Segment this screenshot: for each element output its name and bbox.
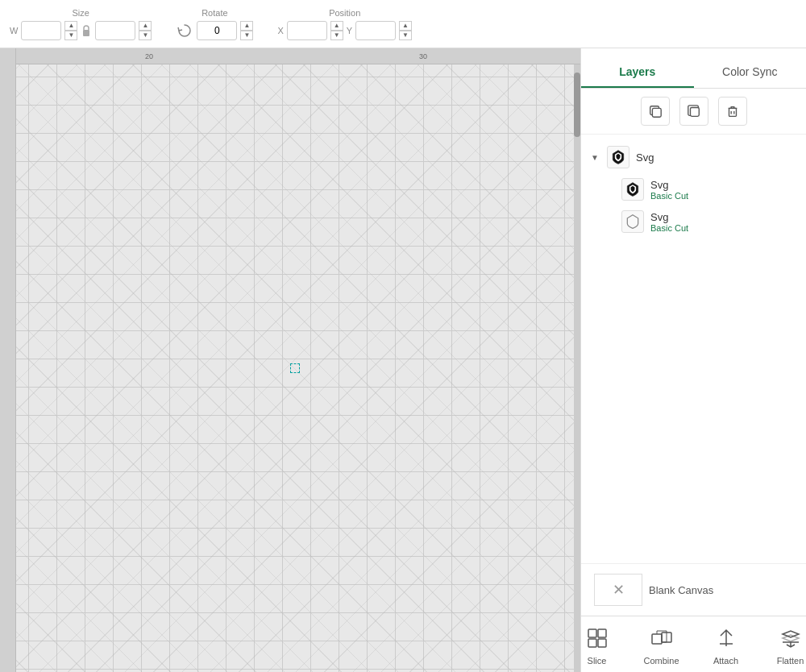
scrollbar-thumb[interactable] <box>574 73 580 137</box>
design-canvas[interactable] <box>16 64 574 672</box>
blank-canvas-x-icon: ✕ <box>613 581 625 599</box>
lock-icon <box>81 24 92 37</box>
right-panel: Layers Color Sync <box>580 48 806 672</box>
size-w-up[interactable]: ▲ <box>64 21 77 31</box>
layer-child-2-name: Svg <box>650 211 688 223</box>
blank-canvas-label: Blank Canvas <box>649 584 713 596</box>
size-h-up[interactable]: ▲ <box>139 21 152 31</box>
combine-label: Combine <box>643 656 679 666</box>
chevron-down-icon: ▼ <box>591 153 600 162</box>
size-w-down[interactable]: ▼ <box>64 31 77 40</box>
layer-item-svg-child-2[interactable]: Svg Basic Cut <box>581 205 806 238</box>
svg-rect-10 <box>588 629 596 637</box>
layer-child-1-type: Basic Cut <box>650 191 688 201</box>
position-x-down[interactable]: ▼ <box>330 31 343 40</box>
position-x-label: X <box>277 26 283 35</box>
tab-color-sync[interactable]: Color Sync <box>694 57 807 88</box>
svg-rect-2 <box>652 108 661 117</box>
rotate-inputs: 0 ▲ ▼ <box>176 21 253 40</box>
position-x-input[interactable] <box>287 21 327 40</box>
size-h-down[interactable]: ▼ <box>139 31 152 40</box>
position-x-up[interactable]: ▲ <box>330 21 343 31</box>
svg-rect-7 <box>729 108 736 116</box>
bottom-toolbar: Slice Combine <box>581 616 806 672</box>
position-y-spinners: ▲ ▼ <box>399 21 412 40</box>
layer-group-svg: ▼ Svg <box>581 141 806 238</box>
flatten-label: Flatten <box>777 656 804 666</box>
svg-rect-12 <box>588 639 596 647</box>
size-w-spinners: ▲ ▼ <box>64 21 77 40</box>
tool-flatten[interactable]: Flatten <box>767 624 807 666</box>
rotate-group: Rotate 0 ▲ ▼ <box>176 8 253 40</box>
rotate-icon <box>176 22 193 39</box>
position-y-down[interactable]: ▼ <box>399 31 412 40</box>
layer-child-2-icon <box>621 210 644 233</box>
size-w-label: W <box>10 26 18 35</box>
rotate-input[interactable]: 0 <box>197 21 237 40</box>
svg-rect-14 <box>652 634 662 644</box>
tool-attach[interactable]: Attach <box>702 624 750 666</box>
position-group: Position X ▲ ▼ Y ▲ ▼ <box>277 8 412 40</box>
size-inputs: W ▲ ▼ ▲ ▼ <box>10 21 152 40</box>
panel-delete-button[interactable] <box>718 97 747 126</box>
selection-border <box>290 363 300 373</box>
panel-add-button[interactable] <box>679 97 708 126</box>
position-y-up[interactable]: ▲ <box>399 21 412 31</box>
layer-child-1-icon <box>621 178 644 201</box>
tool-combine[interactable]: Combine <box>638 624 686 666</box>
tab-layers[interactable]: Layers <box>581 57 694 88</box>
layer-item-svg-child-1[interactable]: Svg Basic Cut <box>581 173 806 205</box>
ruler-top: 20 30 <box>0 48 580 64</box>
position-y-label: Y <box>347 26 352 35</box>
layer-child-2-info: Svg Basic Cut <box>650 211 688 233</box>
slice-label: Slice <box>588 656 607 666</box>
rotate-up[interactable]: ▲ <box>240 21 253 31</box>
svg-rect-11 <box>598 629 606 637</box>
ruler-mark-20: 20 <box>145 52 153 60</box>
rotate-down[interactable]: ▼ <box>240 31 253 40</box>
layer-group-info: Svg <box>636 151 654 164</box>
rotate-label: Rotate <box>202 8 227 18</box>
ruler-mark-30: 30 <box>419 52 427 60</box>
main-area: 20 30 <box>0 48 806 672</box>
layer-group-icon <box>607 146 629 168</box>
panel-tabs: Layers Color Sync <box>581 48 806 89</box>
canvas-area[interactable]: 20 30 <box>0 48 580 672</box>
position-inputs: X ▲ ▼ Y ▲ ▼ <box>277 21 412 40</box>
size-w-input[interactable] <box>21 21 61 40</box>
size-label: Size <box>72 8 89 18</box>
scrollbar-right[interactable] <box>574 64 580 672</box>
blank-canvas-area: ✕ Blank Canvas <box>581 563 806 616</box>
size-h-spinners: ▲ ▼ <box>139 21 152 40</box>
attach-label: Attach <box>713 656 738 666</box>
layer-item-svg-group[interactable]: ▼ Svg <box>581 141 806 173</box>
size-group: Size W ▲ ▼ ▲ ▼ <box>10 8 152 40</box>
layer-child-1-info: Svg Basic Cut <box>650 179 688 201</box>
position-y-input[interactable] <box>355 21 396 40</box>
top-toolbar: Size W ▲ ▼ ▲ ▼ Rotate <box>0 0 806 48</box>
layers-list: ▼ Svg <box>581 135 806 563</box>
flatten-icon <box>776 624 805 653</box>
combine-icon <box>647 624 676 653</box>
svg-rect-0 <box>83 30 89 36</box>
panel-toolbar <box>581 89 806 135</box>
position-x-spinners: ▲ ▼ <box>330 21 343 40</box>
position-label: Position <box>329 8 360 18</box>
blank-canvas-preview: ✕ <box>594 574 642 606</box>
layer-group-name: Svg <box>636 151 654 164</box>
ruler-left <box>0 48 16 672</box>
slice-icon <box>583 624 612 653</box>
layer-child-2-type: Basic Cut <box>650 223 688 233</box>
panel-copy-button[interactable] <box>641 97 670 126</box>
size-h-input[interactable] <box>95 21 135 40</box>
svg-rect-13 <box>598 639 606 647</box>
attach-icon <box>712 624 741 653</box>
rotate-spinners: ▲ ▼ <box>240 21 253 40</box>
svg-rect-6 <box>690 108 699 117</box>
layer-child-1-name: Svg <box>650 179 688 191</box>
